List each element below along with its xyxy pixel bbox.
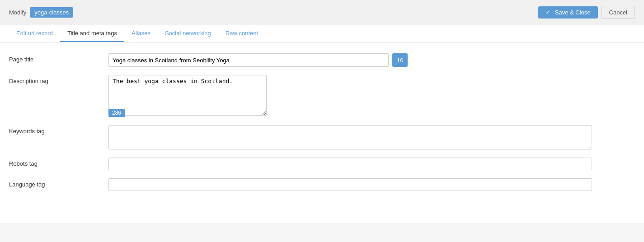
keywords-tag-row: Keywords tag [9, 125, 635, 149]
slug-badge: yoga-classes [30, 7, 73, 18]
language-tag-row: Language tag [9, 178, 635, 191]
robots-tag-input[interactable] [108, 158, 592, 170]
keywords-control-wrap [108, 125, 635, 149]
description-textarea-wrap: 286 [108, 75, 267, 117]
language-tag-input[interactable] [108, 178, 592, 191]
description-tag-input[interactable] [108, 75, 267, 116]
description-control-wrap: 286 [108, 75, 635, 117]
keywords-tag-label: Keywords tag [9, 125, 108, 135]
tab-social[interactable]: Social networking [158, 25, 218, 42]
tab-title-meta[interactable]: Title and meta tags [60, 25, 124, 42]
save-button-label: Save & Close [555, 9, 591, 16]
tab-raw[interactable]: Raw content [218, 25, 265, 42]
tab-edit-url[interactable]: Edit url record [9, 25, 60, 42]
page-title-control-wrap: 16 [108, 53, 635, 67]
language-control-wrap [108, 178, 635, 191]
modify-label: Modify [9, 9, 26, 16]
content-area: Page title 16 Description tag 286 Keywor… [0, 42, 644, 223]
page-title-input[interactable] [108, 53, 389, 67]
tab-aliases[interactable]: Aliases [124, 25, 158, 42]
description-tag-row: Description tag 286 [9, 75, 635, 117]
robots-tag-row: Robots tag [9, 158, 635, 170]
page-title-char-count: 16 [392, 53, 408, 67]
top-bar-right: Save & Close Cancel [538, 6, 635, 19]
top-bar-left: Modify yoga-classes [9, 7, 73, 18]
save-close-button[interactable]: Save & Close [538, 6, 598, 19]
cancel-button[interactable]: Cancel [602, 6, 635, 19]
checkmark-icon [545, 9, 552, 16]
robots-control-wrap [108, 158, 635, 170]
page-title-label: Page title [9, 53, 108, 63]
description-char-count: 286 [108, 109, 125, 117]
robots-tag-label: Robots tag [9, 158, 108, 167]
language-tag-label: Language tag [9, 178, 108, 188]
page-title-row: Page title 16 [9, 53, 635, 67]
description-tag-label: Description tag [9, 75, 108, 84]
tabs-bar: Edit url record Title and meta tags Alia… [0, 25, 644, 42]
top-bar: Modify yoga-classes Save & Close Cancel [0, 0, 644, 25]
keywords-tag-input[interactable] [108, 125, 592, 149]
